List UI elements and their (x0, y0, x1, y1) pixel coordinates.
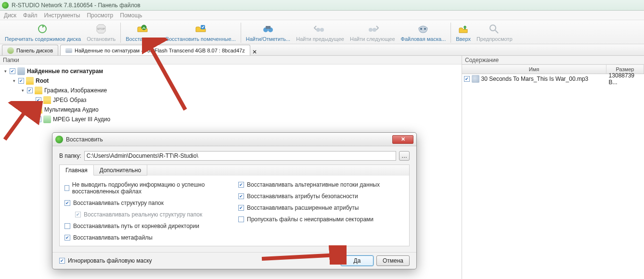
tool-find-next-label: Найти следующее (350, 36, 395, 42)
menu-disk[interactable]: Диск (4, 12, 16, 19)
tree-mp3-label: MPEG Layer III Аудио (53, 116, 110, 123)
folder-icon (43, 96, 51, 104)
ok-button-label: Да (354, 257, 361, 264)
folder-icon (35, 87, 42, 94)
tool-reread-label: Перечитать содержимое диска (5, 36, 81, 42)
tree-checkbox[interactable] (27, 88, 33, 93)
up-icon (457, 23, 470, 35)
tree-checkbox[interactable] (10, 68, 15, 74)
file-name: 30 Seconds To Mars_This Is War_00.mp3 (481, 76, 609, 82)
tool-find-prev-label: Найти предыдущее (296, 36, 344, 42)
dialog-tab-extra[interactable]: Дополнительно (94, 165, 147, 176)
tab-disk-panel[interactable]: Панель дисков (2, 45, 58, 55)
ok-button[interactable]: Да (341, 255, 374, 266)
tab-disks-label: Панель дисков (16, 48, 53, 53)
twisty-icon[interactable] (12, 78, 16, 83)
opt-security-attr-label: Восстанавливать атрибуты безопасности (247, 193, 358, 200)
menubar: Диск Файл Инструменты Просмотр Помощь (0, 11, 644, 20)
binoculars-icon (261, 23, 275, 35)
tool-recover[interactable]: Восстановить (123, 22, 162, 43)
window-title: R-STUDIO Network 7.8.160654 - Панель фай… (12, 2, 141, 9)
sig-icon (65, 48, 72, 53)
mask-icon (416, 23, 430, 35)
tree-jpeg-label: JPEG Образ (53, 97, 87, 103)
tool-find-prev[interactable]: Найти предыдущее (293, 22, 347, 43)
tool-recover-label: Восстановить (126, 36, 159, 42)
dialog-close-button[interactable]: ✕ (392, 135, 413, 144)
menu-help[interactable]: Помощь (120, 12, 142, 19)
output-path-input[interactable]: C:\Users\Admin\Documents\R-TT\R-Studio\ (84, 151, 396, 161)
dialog-title: Восстановить (66, 136, 103, 143)
tree-checkbox[interactable] (36, 97, 41, 103)
opt-metafiles-checkbox[interactable] (64, 235, 70, 241)
twisty-icon[interactable] (20, 107, 25, 112)
find-prev-icon (313, 23, 327, 35)
stop-icon: STOP (94, 23, 108, 35)
tool-preview[interactable]: Предпросмотр (474, 22, 515, 43)
svg-point-12 (420, 28, 422, 30)
refresh-icon (36, 23, 50, 35)
opt-skip-bad-label: Пропускать файлы с неисправными секторам… (247, 216, 374, 223)
preview-icon (488, 23, 501, 35)
file-row[interactable]: 30 Seconds To Mars_This Is War_00.mp3 13… (462, 74, 644, 84)
opt-folder-struct-checkbox[interactable] (64, 200, 70, 206)
dialog-app-icon (55, 136, 63, 143)
dialog-titlebar[interactable]: Восстановить ✕ (52, 133, 416, 146)
col-name[interactable]: Имя (462, 65, 606, 74)
svg-point-9 (320, 28, 324, 32)
tree-checkbox[interactable] (18, 78, 24, 84)
svg-point-11 (373, 28, 376, 32)
ignore-mask-label: Игнорировать файловую маску (68, 257, 152, 264)
tool-find[interactable]: Найти/Отметить... (243, 22, 293, 43)
folders-pane-header: Папки (0, 56, 462, 64)
svg-rect-7 (266, 26, 270, 29)
tree-audio-label: Мультимедиа Аудио (44, 106, 99, 113)
disk-icon (7, 47, 14, 54)
tool-file-mask-label: Файловая маска... (401, 36, 446, 42)
tool-recover-marked[interactable]: Восстановить помеченные... (163, 22, 239, 43)
browse-button[interactable]: … (399, 151, 410, 161)
folder-icon (43, 115, 51, 123)
opt-verbose-checkbox[interactable] (64, 185, 69, 191)
menu-tools[interactable]: Инструменты (44, 12, 80, 19)
find-next-icon (366, 23, 379, 35)
opt-security-attr-checkbox[interactable] (238, 193, 244, 199)
file-size: 13088739 B... (609, 72, 644, 86)
opt-folder-struct-label: Восстанавливать структуру папок (73, 200, 164, 206)
tool-reread[interactable]: Перечитать содержимое диска (2, 22, 84, 43)
folder-icon (35, 106, 42, 114)
to-folder-label: В папку: (59, 152, 81, 159)
tool-find-next[interactable]: Найти следующее (347, 22, 398, 43)
svg-point-14 (490, 25, 496, 31)
tool-up[interactable]: Вверх (453, 22, 474, 43)
recover-marked-icon (194, 23, 207, 35)
twisty-icon[interactable] (3, 69, 8, 74)
twisty-icon[interactable] (20, 88, 25, 93)
tool-recover-marked-label: Восстановить помеченные... (166, 36, 236, 42)
tree-graphics-label: Графика, Изображение (44, 87, 107, 94)
cancel-button[interactable]: Отмена (376, 255, 410, 266)
opt-ext-attr-checkbox[interactable] (238, 205, 244, 211)
opt-alt-streams-checkbox[interactable] (238, 182, 244, 188)
menu-file[interactable]: Файл (23, 12, 38, 19)
opt-verbose-label: Не выводить подробную информацию о успеш… (72, 181, 231, 195)
tool-stop[interactable]: STOP Остановить (84, 22, 118, 43)
tool-file-mask[interactable]: Файловая маска... (398, 22, 449, 43)
folder-icon (26, 77, 34, 85)
menu-view[interactable]: Просмотр (87, 12, 113, 19)
tree-checkbox[interactable] (27, 107, 33, 113)
tabbar: Панель дисков Найденные по сигнатурам ->… (0, 44, 644, 56)
tab-found[interactable]: Найденные по сигнатурам -> JetFlash Tran… (60, 45, 250, 55)
dialog-tab-main[interactable]: Главная (60, 165, 94, 176)
tab-close-button[interactable]: ✕ (252, 49, 257, 55)
tab-found-label: Найденные по сигнатурам -> JetFlash Tran… (75, 48, 245, 53)
ignore-mask-checkbox[interactable] (59, 258, 65, 264)
dialog-tabs: Главная Дополнительно Не выводить подроб… (59, 165, 410, 246)
opt-root-path-checkbox[interactable] (64, 223, 70, 229)
tree-checkbox[interactable] (36, 116, 41, 122)
svg-point-10 (369, 28, 373, 32)
opt-skip-bad-checkbox[interactable] (238, 216, 244, 222)
file-icon (472, 75, 479, 83)
file-checkbox[interactable] (464, 76, 470, 82)
drive-icon (17, 67, 25, 75)
